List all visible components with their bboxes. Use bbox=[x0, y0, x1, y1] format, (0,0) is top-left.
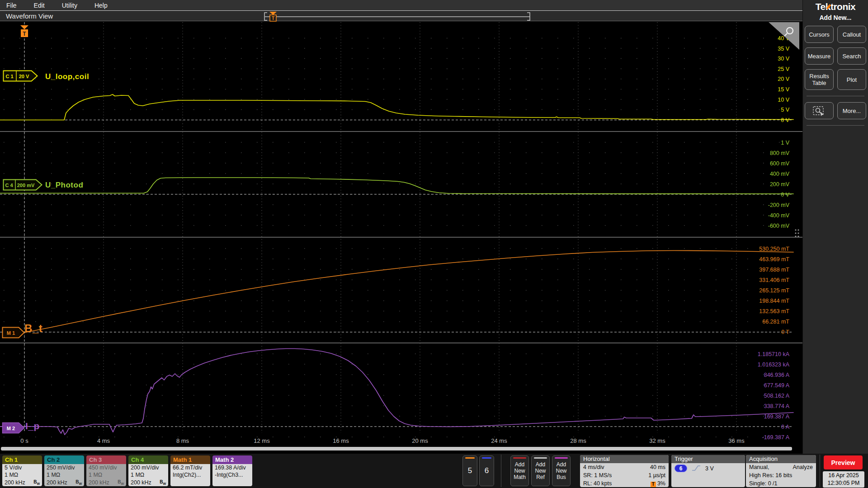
math1-axis-label: 463.969 mT bbox=[759, 256, 789, 263]
ch1-badge-header: Ch 1 bbox=[2, 455, 42, 464]
datetime-badge[interactable]: 16 Apr 2025 12:30:05 PM bbox=[823, 471, 864, 488]
right-panel: Tektronix Add New... Cursors Callout Mea… bbox=[802, 0, 868, 454]
add-new-math-button[interactable]: Add New Math bbox=[510, 455, 529, 486]
acq-single-count: Single: 0 /1 bbox=[749, 479, 778, 487]
trigger-title: Trigger bbox=[671, 455, 745, 463]
ch2-impedance: 1 MΩ bbox=[47, 472, 82, 479]
acq-analyze: Analyze bbox=[793, 463, 813, 471]
ref6-button[interactable]: 6 bbox=[479, 455, 494, 486]
math2-source-badge[interactable]: M 2 bbox=[2, 422, 29, 434]
ch4-axis-label: 1 V bbox=[781, 140, 789, 146]
ch4-scale: 200 mV/div bbox=[131, 465, 166, 472]
waveform-plot[interactable]: 40 V35 V30 V25 V20 V15 V10 V5 V0 V1 V800… bbox=[0, 21, 802, 450]
math2-axis-label: 169.387 A bbox=[764, 413, 790, 420]
bus-stripe bbox=[555, 457, 568, 459]
menu-edit[interactable]: Edit bbox=[34, 2, 45, 9]
add-new-ref-button[interactable]: Add New Ref bbox=[531, 455, 550, 486]
trigger-level: 3 V bbox=[705, 465, 714, 473]
preview-button[interactable]: Preview bbox=[824, 455, 863, 469]
ch1-bandwidth: 200 kHz bbox=[5, 479, 25, 486]
horizontal-panel[interactable]: Horizontal 4 ms/div40 ms SR: 1 MS/s1 µs/… bbox=[580, 455, 669, 487]
time-axis-label: 0 s bbox=[20, 437, 28, 444]
ch1-axis-label: 35 V bbox=[778, 46, 789, 52]
cursors-button[interactable]: Cursors bbox=[805, 26, 834, 43]
callout-button[interactable]: Callout bbox=[837, 26, 866, 43]
ch1-badge-scale: 20 V bbox=[19, 74, 29, 79]
math2-expression: -Intg(Ch3... bbox=[215, 472, 250, 479]
horizontal-title: Horizontal bbox=[580, 455, 669, 463]
record-length: RL: 40 kpts bbox=[583, 479, 612, 487]
math-stripe bbox=[513, 457, 526, 459]
ch1-badge-source: C 1 bbox=[5, 74, 13, 79]
ch1-axis-label: 25 V bbox=[778, 66, 789, 72]
ch1-axis-label: 5 V bbox=[781, 107, 789, 113]
ref5-button[interactable]: 5 bbox=[462, 455, 477, 486]
ch4-axis-label: 400 mV bbox=[770, 171, 790, 177]
channel-badge-ch3[interactable]: Ch 3 450 mV/div 1 MΩ 200 kHzBW bbox=[86, 455, 126, 486]
trigger-source-badge: 6 bbox=[675, 465, 687, 472]
ch4-axis-label: -600 mV bbox=[768, 223, 790, 229]
ch1-axis-label: 0 V bbox=[781, 117, 789, 123]
panel-splitter-handle[interactable] bbox=[794, 228, 800, 238]
svg-text:T: T bbox=[272, 16, 274, 21]
math2-axis-label: 508.162 A bbox=[764, 393, 790, 399]
math2-trace-label[interactable]: I_p bbox=[25, 421, 40, 432]
more-button[interactable]: More... bbox=[837, 102, 866, 119]
ch3-bandwidth: 200 kHz bbox=[89, 479, 109, 486]
trigger-position-marker[interactable]: T bbox=[269, 12, 277, 21]
ch1-axis-label: 30 V bbox=[778, 56, 789, 62]
trigger-panel[interactable]: Trigger 6 3 V bbox=[671, 455, 745, 487]
panel-divider bbox=[807, 125, 864, 126]
horizontal-duration: 40 ms bbox=[650, 463, 665, 471]
tektronix-logo: Tektronix bbox=[803, 1, 868, 12]
svg-text:T: T bbox=[23, 31, 26, 37]
math1-badge[interactable]: Math 1 66.2 mT/div Intg(Ch2)... bbox=[170, 455, 210, 486]
sample-interval: 1 µs/pt bbox=[648, 471, 665, 479]
zoom-select-button[interactable] bbox=[805, 102, 834, 119]
ch2-scale: 250 mV/div bbox=[47, 465, 82, 472]
math2-badge[interactable]: Math 2 169.38 A/div -Intg(Ch3... bbox=[212, 455, 252, 486]
bandwidth-limit-icon: BW bbox=[160, 479, 166, 486]
ch1-trace-label[interactable]: U_loop,coil bbox=[45, 72, 89, 81]
time-axis-label: 8 ms bbox=[176, 437, 189, 444]
time-axis-label: 24 ms bbox=[491, 437, 507, 444]
trigger-position-percent: 3% bbox=[657, 480, 665, 487]
bandwidth-limit-icon: BW bbox=[33, 479, 40, 486]
divider bbox=[501, 455, 501, 487]
ch3-scale: 450 mV/div bbox=[89, 465, 124, 472]
channel-badge-ch4[interactable]: Ch 4 200 mV/div 1 MΩ 200 kHzBW bbox=[128, 455, 168, 486]
acq-mode: Manual, bbox=[749, 463, 769, 471]
math2-badge-header: Math 2 bbox=[212, 455, 252, 464]
math1-trace-label[interactable]: B_t bbox=[24, 322, 42, 335]
channel-badge-ch2[interactable]: Ch 2 250 mV/div 1 MΩ 200 kHzBW bbox=[44, 455, 84, 486]
ch1-impedance: 1 MΩ bbox=[5, 472, 40, 479]
menu-file[interactable]: File bbox=[6, 2, 17, 9]
ch4-trace-label[interactable]: U_Photod bbox=[45, 181, 83, 190]
results-table-button[interactable]: Results Table bbox=[805, 69, 834, 90]
measure-button[interactable]: Measure bbox=[805, 47, 834, 65]
record-view-slider: T bbox=[0, 11, 802, 22]
horizontal-scrollbar[interactable] bbox=[1, 447, 792, 450]
date-label: 16 Apr 2025 bbox=[823, 472, 864, 479]
math2-axis-label: 677.549 A bbox=[764, 382, 790, 389]
zoom-select-icon bbox=[812, 105, 826, 116]
ch3-impedance: 1 MΩ bbox=[89, 472, 124, 479]
math1-axis-label: 66.281 mT bbox=[762, 319, 789, 325]
menu-utility[interactable]: Utility bbox=[62, 2, 77, 9]
time-axis-label: 20 ms bbox=[412, 437, 428, 444]
math1-badge-source: M 1 bbox=[7, 330, 15, 336]
ch4-badge-scale: 200 mV bbox=[17, 183, 35, 188]
plot-button[interactable]: Plot bbox=[837, 69, 866, 90]
acquisition-title: Acquisition bbox=[746, 455, 816, 463]
menu-help[interactable]: Help bbox=[94, 2, 108, 9]
acquisition-panel[interactable]: Acquisition Manual,Analyze High Res: 16 … bbox=[746, 455, 816, 487]
search-button[interactable]: Search bbox=[837, 47, 866, 65]
time-axis-label: 32 ms bbox=[649, 437, 665, 444]
ch3-badge-header: Ch 3 bbox=[86, 455, 126, 464]
add-new-bus-button[interactable]: Add New Bus bbox=[552, 455, 571, 486]
sample-rate: SR: 1 MS/s bbox=[583, 471, 612, 479]
trigger-position-icon: T bbox=[651, 482, 656, 487]
ch4-axis-label: 800 mV bbox=[770, 150, 790, 156]
time-axis-label: 4 ms bbox=[97, 437, 110, 444]
channel-badge-ch1[interactable]: Ch 1 5 V/div 1 MΩ 200 kHzBW bbox=[2, 455, 42, 486]
